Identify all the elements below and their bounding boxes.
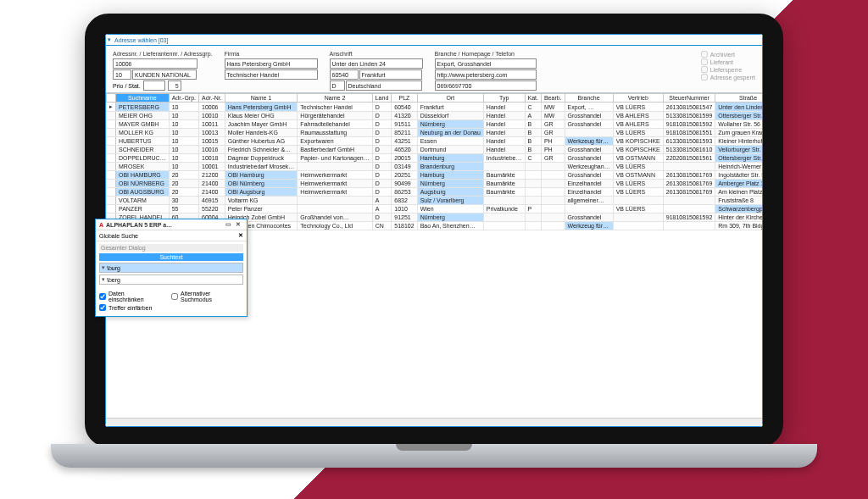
table-cell[interactable]: Exportwaren xyxy=(298,137,372,146)
alternativer-suchmodus-checkbox[interactable]: Alternativer Suchmodus xyxy=(171,291,243,302)
column-header[interactable]: Bearb. xyxy=(541,94,565,103)
table-cell[interactable]: Werkzeug für… xyxy=(565,222,613,230)
table-cell[interactable]: 10013 xyxy=(199,129,225,137)
table-cell[interactable]: Bastlerbedarf GmbH xyxy=(298,146,372,154)
table-cell[interactable]: Handel xyxy=(483,137,525,146)
table-cell[interactable]: Werkzeughan… xyxy=(565,163,613,171)
table-cell[interactable]: Hans Petersberg GmbH xyxy=(225,103,298,112)
table-cell[interactable]: VB AHLERS xyxy=(613,120,663,129)
table-cell[interactable]: D xyxy=(372,163,392,171)
table-cell[interactable]: OBI Augsburg xyxy=(225,188,298,197)
table-cell[interactable] xyxy=(565,129,613,137)
table-cell[interactable]: MW xyxy=(541,103,565,112)
table-cell[interactable]: HUBERTUS xyxy=(116,137,170,146)
table-cell[interactable]: Grosshandel xyxy=(565,171,613,180)
table-cell[interactable]: Technischer Handel xyxy=(298,103,372,112)
treffer-einfaerben-checkbox[interactable]: Treffer einfärben xyxy=(99,304,243,311)
search-term-row[interactable]: ▾ \berg xyxy=(99,274,243,285)
table-row[interactable]: PANZER5555220Peter PanzerA1010WienPrivat… xyxy=(107,205,763,213)
table-cell[interactable]: Rm 309, 7th Bldg, K… xyxy=(715,222,762,230)
table-cell[interactable]: Fruststraße 8 xyxy=(715,197,762,205)
table-cell[interactable]: Neuburg an der Donau xyxy=(417,129,483,137)
table-cell[interactable]: Dagmar Doppeldruck xyxy=(225,154,298,163)
window-titlebar[interactable]: ▾ Adresse wählen [03] xyxy=(105,34,763,46)
table-cell[interactable]: 03149 xyxy=(392,163,417,171)
table-cell[interactable]: P xyxy=(525,205,541,213)
table-cell[interactable] xyxy=(525,163,541,171)
popup-titlebar[interactable]: A ALPHAPLAN 5 ERP a… ▭ ✕ xyxy=(96,219,247,230)
table-cell[interactable]: Ottersberger Str. 5 xyxy=(715,154,762,163)
land-code-input[interactable]: D xyxy=(330,80,345,91)
table-cell[interactable]: SCHNEIDER xyxy=(116,146,170,154)
table-cell[interactable]: Handel xyxy=(483,103,525,112)
branche-input[interactable]: Export, Grosshandel xyxy=(435,58,537,69)
table-cell[interactable]: 518102 xyxy=(392,222,417,230)
column-header[interactable]: Name 2 xyxy=(298,94,372,103)
table-cell[interactable]: Grosshandel xyxy=(565,146,613,154)
table-cell[interactable]: GR xyxy=(541,154,565,163)
table-cell[interactable] xyxy=(298,197,372,205)
table-cell[interactable]: D xyxy=(372,171,392,180)
table-cell[interactable]: 10 xyxy=(169,146,198,154)
table-cell[interactable]: 41320 xyxy=(392,112,417,120)
table-cell[interactable]: D xyxy=(372,120,392,129)
table-cell[interactable] xyxy=(483,222,525,230)
table-cell[interactable]: 20015 xyxy=(392,154,417,163)
table-cell[interactable]: D xyxy=(372,137,392,146)
table-cell[interactable]: PH xyxy=(541,137,565,146)
table-cell[interactable]: 26130815081547 xyxy=(663,103,715,112)
adressnr-input[interactable]: 10006 xyxy=(113,58,198,69)
table-cell[interactable]: 26130815081769 xyxy=(663,188,715,197)
table-cell[interactable]: Ingolstädter Str. 54 xyxy=(715,171,762,180)
adresse-gesperrt-checkbox[interactable]: Adresse gesperrt xyxy=(701,74,755,80)
lieferantennr-input[interactable]: 10 xyxy=(113,69,131,80)
table-cell[interactable]: Nürnberg xyxy=(417,120,483,129)
table-cell[interactable]: allgemeiner… xyxy=(565,197,613,205)
table-cell[interactable]: Industriebe… xyxy=(483,154,525,163)
column-header[interactable]: Name 1 xyxy=(225,94,298,103)
table-cell[interactable]: VB OSTMANN xyxy=(613,171,663,180)
table-cell[interactable]: B xyxy=(525,137,541,146)
table-cell[interactable]: 43251 xyxy=(392,137,417,146)
prio-input[interactable] xyxy=(143,80,165,91)
table-cell[interactable] xyxy=(525,222,541,230)
column-header[interactable] xyxy=(107,94,116,103)
table-row[interactable]: OBI NÜRNBERG2021400OBI NürnbergHeimwerke… xyxy=(107,180,763,188)
table-cell[interactable] xyxy=(663,197,715,205)
column-header[interactable]: PLZ xyxy=(392,94,417,103)
search-scope-select[interactable]: Gesamter Dialog xyxy=(99,244,243,252)
table-cell[interactable]: VB OSTMANN xyxy=(613,154,663,163)
table-cell[interactable]: Nürnberg xyxy=(417,213,483,222)
table-cell[interactable]: Voltarm KG xyxy=(225,197,298,205)
firma1-input[interactable]: Hans Petersberg GmbH xyxy=(225,58,318,69)
popup-minimize-button[interactable]: ▭ xyxy=(223,221,233,228)
table-cell[interactable] xyxy=(613,213,663,222)
column-header[interactable]: Typ xyxy=(483,94,525,103)
table-cell[interactable]: Handel xyxy=(483,129,525,137)
column-header[interactable]: Suchname xyxy=(116,94,170,103)
chevron-down-icon[interactable]: ▾ xyxy=(108,36,111,43)
table-cell[interactable]: Peter Panzer xyxy=(225,205,298,213)
table-cell[interactable]: Joachim Mayer GmbH xyxy=(225,120,298,129)
table-cell[interactable]: 10018 xyxy=(199,154,225,163)
table-cell[interactable] xyxy=(525,171,541,180)
table-cell[interactable]: VB LÜERS xyxy=(613,180,663,188)
table-cell[interactable] xyxy=(483,163,525,171)
table-cell[interactable]: PH xyxy=(541,146,565,154)
table-cell[interactable]: Raumausstattung xyxy=(298,129,372,137)
table-cell[interactable]: Grosshandel xyxy=(565,154,613,163)
table-cell[interactable]: 10 xyxy=(169,137,198,146)
table-cell[interactable]: 10 xyxy=(169,120,198,129)
table-cell[interactable]: Sulz / Vorarlberg xyxy=(417,197,483,205)
table-cell[interactable]: Fahrradteilehandel xyxy=(298,120,372,129)
table-cell[interactable]: Schwarzenbergplatz… xyxy=(715,205,762,213)
table-cell[interactable] xyxy=(525,213,541,222)
table-cell[interactable]: VB LÜERS xyxy=(613,129,663,137)
table-cell[interactable]: 91251 xyxy=(392,213,417,222)
table-cell[interactable]: 20 xyxy=(169,188,198,197)
table-cell[interactable]: 91810815081592 xyxy=(663,213,715,222)
table-cell[interactable]: VB AHLERS xyxy=(613,112,663,120)
table-cell[interactable] xyxy=(298,163,372,171)
table-cell[interactable] xyxy=(541,171,565,180)
table-cell[interactable]: VOLTARM xyxy=(116,197,170,205)
